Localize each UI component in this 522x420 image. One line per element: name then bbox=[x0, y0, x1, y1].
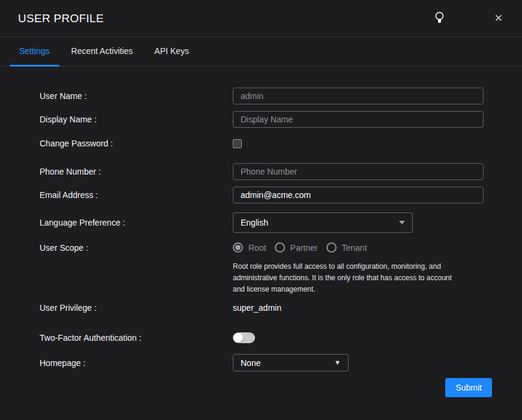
radio-circle-icon bbox=[326, 242, 337, 253]
user-scope-radio-group: Root Partner Tenant bbox=[233, 242, 484, 253]
radio-tenant-label: Tenant bbox=[342, 243, 367, 253]
display-name-label: Display Name : bbox=[40, 115, 233, 124]
homepage-label: Homepage : bbox=[40, 358, 233, 368]
language-select-value: English bbox=[241, 218, 268, 227]
display-name-row: Display Name : bbox=[40, 111, 492, 128]
submit-row: Submit bbox=[40, 378, 492, 397]
tab-bar: Settings Recent Activities API Keys bbox=[0, 37, 522, 67]
user-privilege-label: User Privilege : bbox=[40, 303, 233, 313]
language-preference-label: Language Preference : bbox=[40, 218, 233, 227]
change-password-label: Change Password : bbox=[40, 139, 233, 148]
two-factor-toggle[interactable] bbox=[233, 332, 255, 343]
page-title: USER PROFILE bbox=[18, 12, 435, 25]
language-select[interactable]: English bbox=[233, 212, 413, 233]
two-factor-row: Two-Factor Authentication : bbox=[40, 332, 492, 343]
change-password-row: Change Password : bbox=[40, 139, 492, 148]
toggle-knob bbox=[233, 333, 243, 343]
close-icon[interactable]: ✕ bbox=[494, 13, 503, 23]
radio-tenant[interactable]: Tenant bbox=[326, 242, 367, 253]
two-factor-label: Two-Factor Authentication : bbox=[40, 333, 233, 343]
homepage-row: Homepage : None ▼ bbox=[40, 354, 492, 371]
email-address-input[interactable] bbox=[233, 187, 484, 203]
radio-selected-icon bbox=[233, 242, 243, 253]
user-name-label: User Name : bbox=[40, 91, 233, 101]
homepage-select[interactable]: None ▼ bbox=[233, 354, 349, 371]
user-privilege-value: super_admin bbox=[233, 303, 281, 313]
tab-api-keys[interactable]: API Keys bbox=[145, 37, 199, 67]
radio-partner-label: Partner bbox=[290, 243, 318, 253]
language-preference-row: Language Preference : English bbox=[40, 212, 492, 233]
settings-form: User Name : Display Name : Change Passwo… bbox=[0, 67, 522, 420]
phone-number-label: Phone Number : bbox=[40, 167, 233, 176]
tab-recent-activities[interactable]: Recent Activities bbox=[62, 37, 143, 67]
user-privilege-row: User Privilege : super_admin bbox=[40, 302, 492, 313]
radio-root[interactable]: Root bbox=[233, 242, 266, 253]
user-name-input[interactable] bbox=[233, 88, 484, 104]
phone-number-input[interactable] bbox=[233, 163, 484, 180]
change-password-checkbox[interactable] bbox=[233, 139, 242, 148]
tab-settings[interactable]: Settings bbox=[10, 37, 59, 67]
email-address-row: Email Address : bbox=[40, 187, 492, 203]
radio-partner[interactable]: Partner bbox=[275, 242, 318, 253]
phone-number-row: Phone Number : bbox=[40, 163, 492, 180]
lightbulb-icon[interactable] bbox=[435, 11, 444, 25]
dialog-header: USER PROFILE ✕ bbox=[0, 0, 522, 37]
user-profile-dialog: USER PROFILE ✕ Settings Recent Activitie… bbox=[0, 0, 522, 420]
chevron-down-icon bbox=[399, 221, 405, 224]
radio-circle-icon bbox=[275, 242, 285, 253]
submit-button[interactable]: Submit bbox=[445, 378, 492, 397]
homepage-select-value: None bbox=[241, 358, 260, 368]
dropdown-arrow-icon: ▼ bbox=[334, 359, 341, 366]
user-name-row: User Name : bbox=[40, 88, 492, 104]
user-scope-description: Root role provides full access to all co… bbox=[233, 261, 484, 295]
user-scope-label: User Scope : bbox=[40, 242, 233, 253]
user-scope-row: User Scope : Root Partner Tenant bbox=[40, 242, 492, 295]
radio-root-label: Root bbox=[248, 243, 266, 253]
email-address-label: Email Address : bbox=[40, 190, 233, 200]
display-name-input[interactable] bbox=[233, 111, 484, 128]
